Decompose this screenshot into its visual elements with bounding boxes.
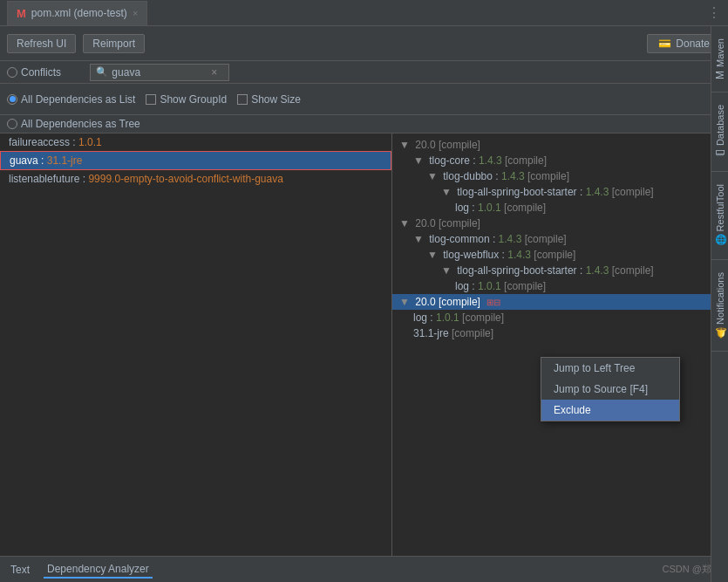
all-dep-tree-radio-circle: [7, 119, 17, 129]
show-size-label: Show Size: [251, 93, 301, 106]
context-menu-item-label: Jump to Left Tree: [554, 362, 635, 374]
tree-item[interactable]: ▼ 20.0 [compile]: [392, 216, 728, 231]
search-icon: 🔍: [96, 66, 108, 78]
radio-filled-dot: [10, 96, 16, 102]
main-content: failureaccess : 1.0.1 guava : 31.1-jre l…: [0, 134, 728, 574]
tree-node-name: tlog-common: [429, 233, 489, 245]
tree-item[interactable]: ▼ tlog-common : 1.4.3 [compile]: [392, 231, 728, 247]
dep-colon: :: [79, 173, 88, 185]
right-panel: ▼ 20.0 [compile] ▼ tlog-core : 1.4.3 [co…: [392, 134, 728, 574]
tree-arrow-icon: ▼: [399, 139, 410, 151]
sidebar-label-restful[interactable]: 🌐 RestfulTool: [712, 177, 727, 253]
context-menu-item-jump-source[interactable]: Jump to Source [F4]: [541, 379, 679, 400]
tree-node-name: tlog-all-spring-boot-starter: [457, 186, 576, 198]
tree-node-name: log: [413, 312, 427, 324]
tree-node-name: tlog-core: [429, 154, 470, 167]
tree-colon: :: [495, 170, 501, 182]
sidebar-label-notifications[interactable]: 🔔 Notifications: [712, 265, 727, 346]
show-groupid-label: Show GroupId: [160, 93, 227, 106]
tree-node-scope: [compile]: [612, 186, 654, 198]
all-dep-tree-label: All Dependencies as Tree: [21, 118, 140, 130]
donate-icon: 💳: [658, 38, 671, 50]
tab-pom-xml[interactable]: M pom.xml (demo-test) ×: [7, 1, 147, 25]
tree-item[interactable]: ▼ tlog-webflux : 1.4.3 [compile]: [392, 247, 728, 263]
tree-node-name: tlog-all-spring-boot-starter: [457, 264, 576, 277]
search-clear-button[interactable]: ×: [211, 66, 217, 79]
tree-colon: :: [580, 264, 586, 277]
context-menu-item-label: Exclude: [554, 404, 591, 416]
tree-arrow-icon: ▼: [399, 296, 410, 308]
tree-node-scope: [compile]: [525, 233, 567, 245]
tree-node-version: 1.4.3: [501, 170, 525, 182]
search-box[interactable]: 🔍 ×: [90, 64, 229, 81]
tree-node-text: 20.0 [compile]: [415, 139, 480, 151]
restful-sidebar-text: RestfulTool: [715, 184, 725, 231]
tree-item[interactable]: log : 1.0.1 [compile]: [392, 278, 728, 294]
database-sidebar-icon: 🗃: [715, 149, 725, 159]
tree-arrow-icon: ▼: [413, 233, 424, 245]
tree-item[interactable]: ▼ tlog-core : 1.4.3 [compile]: [392, 153, 728, 168]
tree-node-version: 1.4.3: [499, 233, 522, 245]
sidebar-label-maven[interactable]: M Maven: [712, 31, 728, 86]
tree-item[interactable]: ▼ tlog-all-spring-boot-starter : 1.4.3 […: [392, 184, 728, 200]
tree-node-text: 20.0 [compile]: [415, 296, 480, 308]
sidebar-section-notifications[interactable]: 🔔 Notifications: [711, 260, 728, 353]
refresh-ui-button[interactable]: Refresh UI: [7, 34, 76, 53]
tree-item[interactable]: ▼ 20.0 [compile] ⊞⊟: [392, 294, 728, 310]
tree-node-version: 1.0.1: [478, 280, 501, 292]
tree-node-version: 1.4.3: [586, 186, 609, 198]
tree-item[interactable]: log : 1.0.1 [compile]: [392, 200, 728, 216]
tab-more-button[interactable]: ⋮: [707, 4, 721, 21]
bottom-tab-dependency-analyzer[interactable]: Dependency Analyzer: [44, 561, 153, 579]
list-item[interactable]: guava : 31.1-jre: [0, 151, 391, 170]
sidebar-section-database[interactable]: 🗃 Database: [711, 92, 728, 172]
all-dep-list-label: All Dependencies as List: [21, 93, 135, 106]
tree-node-scope: [compile]: [462, 312, 504, 324]
tree-item[interactable]: 31.1-jre [compile]: [392, 325, 728, 341]
tree-colon: :: [473, 154, 479, 167]
show-size-checkbox[interactable]: Show Size: [237, 93, 301, 106]
tree-item[interactable]: log : 1.0.1 [compile]: [392, 310, 728, 325]
list-item[interactable]: failureaccess : 1.0.1: [0, 134, 391, 151]
filter-bar: All Dependencies as List Show GroupId Sh…: [0, 84, 728, 115]
tree-node-name: 31.1-jre: [413, 327, 449, 339]
sidebar-section-restful[interactable]: 🌐 RestfulTool: [711, 172, 728, 259]
all-dep-tree-radio[interactable]: All Dependencies as Tree: [7, 118, 140, 130]
search-input[interactable]: [112, 66, 208, 79]
dep-version: 1.0.1: [78, 136, 102, 148]
tree-node-scope: [compile]: [504, 280, 546, 292]
tree-node-scope: [compile]: [612, 264, 654, 277]
tree-node-version: 1.0.1: [478, 202, 501, 214]
tree-node-name: log: [455, 280, 469, 292]
tree-item[interactable]: ▼ tlog-all-spring-boot-starter : 1.4.3 […: [392, 263, 728, 278]
tree-node-scope: [compile]: [452, 327, 493, 339]
sidebar-label-database[interactable]: 🗃 Database: [713, 98, 727, 166]
list-item[interactable]: listenablefuture : 9999.0-empty-to-avoid…: [0, 170, 391, 188]
bottom-bar: Text Dependency Analyzer CSDN @郑清: [0, 556, 728, 582]
conflicts-radio[interactable]: Conflicts: [7, 66, 61, 79]
conflicts-label: Conflicts: [21, 66, 61, 79]
tree-node-version: 1.4.3: [479, 154, 502, 167]
tree-node-version: 1.4.3: [507, 249, 531, 261]
sidebar-section-maven[interactable]: M Maven: [711, 26, 728, 92]
tree-node-version: 1.0.1: [436, 312, 459, 324]
database-sidebar-text: Database: [715, 105, 725, 146]
dep-version: 31.1-jre: [47, 154, 83, 167]
bottom-tab-text[interactable]: Text: [7, 562, 33, 578]
tree-node-scope: [compile]: [504, 202, 546, 214]
donate-label: Donate: [676, 38, 710, 50]
context-menu-item-jump-left[interactable]: Jump to Left Tree: [541, 358, 679, 379]
all-dep-list-radio-circle: [7, 94, 17, 105]
dep-colon: :: [70, 136, 78, 148]
tab-close-button[interactable]: ×: [133, 8, 138, 18]
conflicts-row: Conflicts 🔍 ×: [0, 61, 728, 84]
tree-item[interactable]: ▼ tlog-dubbo : 1.4.3 [compile]: [392, 168, 728, 184]
tree-colon: :: [580, 186, 586, 198]
tree-node-name: log: [455, 202, 469, 214]
context-menu-item-exclude[interactable]: Exclude: [541, 400, 679, 421]
dep-colon: :: [38, 154, 47, 167]
all-dep-list-radio[interactable]: All Dependencies as List: [7, 93, 135, 106]
show-groupid-checkbox[interactable]: Show GroupId: [146, 93, 227, 106]
reimport-button[interactable]: Reimport: [83, 34, 145, 53]
tree-item[interactable]: ▼ 20.0 [compile]: [392, 137, 728, 153]
